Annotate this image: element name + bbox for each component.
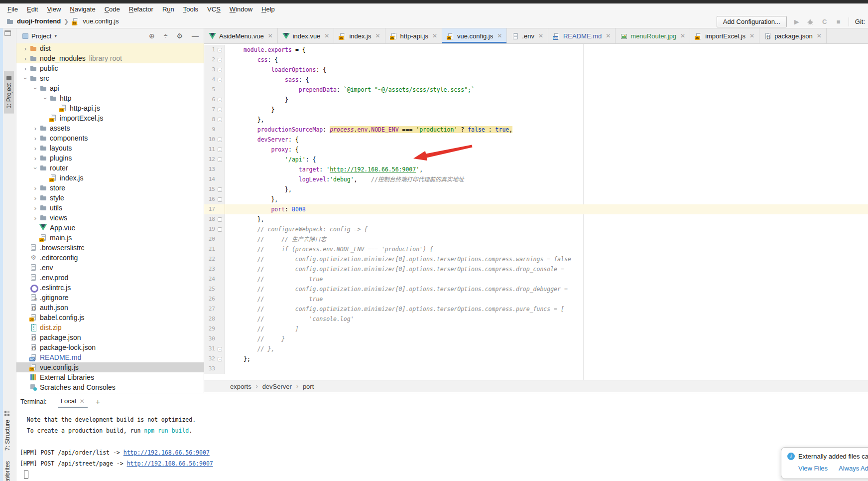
tree-item--env-prod[interactable]: .env.prod [16,273,204,283]
tab-importexcel-js[interactable]: JSimportExcel.js✕ [690,28,759,43]
code-line-18[interactable]: 18- }, [204,214,868,224]
menu-tools[interactable]: Tools [179,4,203,14]
tree-item-views[interactable]: ›views [16,213,204,223]
code-line-13[interactable]: 13 target: 'http://192.168.66.56:9007', [204,164,868,174]
chevron-icon[interactable]: › [21,45,29,52]
code-line-10[interactable]: 10- devServer: { [204,135,868,145]
fold-start-icon[interactable]: - [218,158,222,162]
chevron-icon[interactable]: › [31,204,39,212]
tree-item-plugins[interactable]: ›plugins [16,153,204,163]
fold-start-icon[interactable]: - [218,58,222,62]
code-line-29[interactable]: 29 // ] [204,324,868,334]
chevron-icon[interactable]: › [31,145,39,152]
chevron-icon[interactable]: › [31,194,39,202]
fold-end-icon[interactable]: - [218,98,222,102]
fold-start-icon[interactable]: - [218,48,222,52]
close-icon[interactable]: ✕ [680,32,685,39]
code-line-3[interactable]: 3- loaderOptions: { [204,65,868,75]
code-line-33[interactable]: 33 [204,364,868,374]
code-line-31[interactable]: 31- // }, [204,344,868,354]
fold-end-icon[interactable]: - [218,217,222,222]
code-line-22[interactable]: 22 // config.optimization.minimizer[0].o… [204,254,868,264]
tree-item-store[interactable]: ›store [16,183,204,193]
notification-action-view-files[interactable]: View Files [798,465,828,472]
favorites-star-icon[interactable]: ★ [4,472,10,480]
close-icon[interactable]: ✕ [606,32,611,39]
breadcrumb-file[interactable]: vue.config.js [83,17,119,25]
tree-item-external-libraries[interactable]: External Libraries [16,372,204,382]
fold-end-icon[interactable]: - [218,357,222,361]
close-icon[interactable]: ✕ [268,32,273,39]
code-line-8[interactable]: 8- }, [204,115,868,125]
tree-item-node-modules[interactable]: ›node_moduleslibrary root [16,53,204,63]
code-line-21[interactable]: 21 // if (process.env.NODE_ENV === 'prod… [204,244,868,254]
close-icon[interactable]: ✕ [749,32,754,39]
tab--env[interactable]: .env✕ [507,28,548,43]
collapse-all-icon[interactable]: ÷ [164,32,168,40]
code-editor[interactable]: 1-module.exports = {2- css: {3- loaderOp… [204,44,868,380]
code-line-17[interactable]: 17 port: 8008 [204,204,868,214]
close-icon[interactable]: ✕ [538,32,543,39]
code-line-20[interactable]: 20 // // 生产去除日志 [204,234,868,244]
tree-item--gitignore[interactable]: ⊘.gitignore [16,293,204,303]
chevron-icon[interactable]: › [21,55,29,62]
tab-vue-config-js[interactable]: JSvue.config.js✕ [442,28,507,43]
locate-file-icon[interactable]: ⊕ [149,32,155,40]
fold-start-icon[interactable]: - [218,78,222,82]
notification-action-always-add[interactable]: Always Add [839,465,868,472]
breadcrumb-project[interactable]: duoji-frontend [17,17,61,25]
tool-window-project[interactable]: 1: Project [4,71,14,114]
menu-navigate[interactable]: Navigate [65,4,100,14]
tree-item-package-lock-json[interactable]: {}package-lock.json [16,342,204,352]
menu-window[interactable]: Window [225,4,257,14]
new-terminal-icon[interactable]: + [96,397,100,406]
chevron-icon[interactable]: › [31,155,39,162]
close-icon[interactable]: ✕ [80,398,85,405]
chevron-icon[interactable]: › [21,65,29,72]
fold-start-icon[interactable]: - [218,227,222,232]
tree-item--editorconfig[interactable]: ⚙.editorconfig [16,253,204,263]
code-line-4[interactable]: 4- sass: { [204,75,868,85]
close-icon[interactable]: ✕ [497,32,502,39]
editor-breadcrumb-exports[interactable]: exports [230,383,251,390]
fold-start-icon[interactable]: - [218,138,222,142]
chevron-icon[interactable]: › [42,94,49,102]
code-line-14[interactable]: 14 logLevel:'debug', //控制台终端打印代理前的真实地址 [204,174,868,184]
tree-item-layouts[interactable]: ›layouts [16,143,204,153]
tree-item-http[interactable]: ›http [16,93,204,103]
fold-end-icon[interactable]: - [218,197,222,202]
terminal-output[interactable]: Note that the development build is not o… [16,409,868,479]
tree-item-src[interactable]: ›src [16,73,204,83]
code-line-2[interactable]: 2- css: { [204,55,868,65]
close-icon[interactable]: ✕ [817,32,822,39]
chevron-icon[interactable]: › [31,135,39,142]
code-line-1[interactable]: 1-module.exports = { [204,45,868,55]
tree-item--browserslistrc[interactable]: .browserslistrc [16,243,204,253]
terminal-link[interactable]: http://192.168.66.56:9007 [127,460,213,467]
settings-gear-icon[interactable]: ⚙ [176,32,183,40]
menu-run[interactable]: Run [158,4,179,14]
tree-item-dist[interactable]: ›dist [16,43,204,53]
menu-file[interactable]: File [3,4,22,14]
tab-http-api-js[interactable]: JShttp-api.js✕ [385,28,442,43]
tree-item-style[interactable]: ›style [16,193,204,203]
close-icon[interactable]: ✕ [432,32,437,39]
tree-item-public[interactable]: ›public [16,63,204,73]
tab-menurouter-jpg[interactable]: menuRouter.jpg✕ [616,28,690,43]
fold-end-icon[interactable]: - [218,108,222,112]
coverage-icon[interactable]: C [821,18,829,25]
tree-item-auth-json[interactable]: {}auth.json [16,303,204,313]
tree-item-api[interactable]: ›api [16,83,204,93]
tree-item-package-json[interactable]: {}package.json [16,332,204,342]
hide-panel-icon[interactable]: — [192,32,199,40]
fold-start-icon[interactable]: - [218,68,222,72]
tree-item-index-js[interactable]: JSindex.js [16,173,204,183]
chevron-icon[interactable]: › [31,125,39,132]
close-icon[interactable]: ✕ [324,32,329,39]
tool-window-tab-icon[interactable] [4,30,11,36]
add-configuration-button[interactable]: Add Configuration... [717,16,787,27]
menu-refactor[interactable]: Refactor [124,4,158,14]
fold-end-icon[interactable]: - [218,347,222,351]
code-line-6[interactable]: 6- } [204,95,868,105]
tree-item-app-vue[interactable]: App.vue [16,223,204,233]
